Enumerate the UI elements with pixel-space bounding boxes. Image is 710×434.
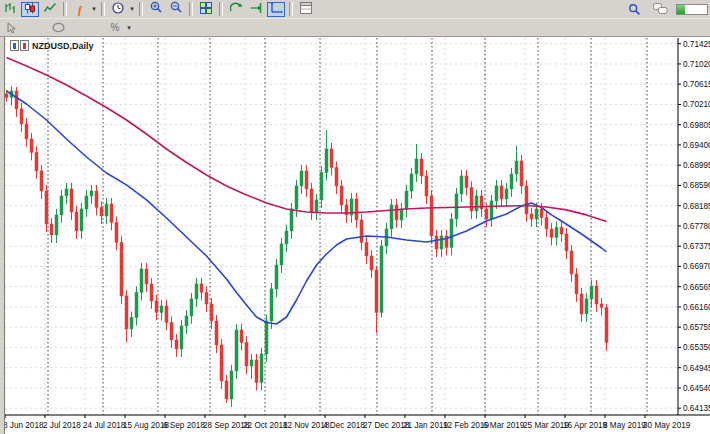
chart-window[interactable]: NZDUSD,Daily 0.714250.710200.706150.7021… — [0, 37, 710, 434]
candle-body-bear — [570, 251, 573, 274]
toolbar-separator — [63, 2, 67, 16]
candle-body-bear — [550, 229, 553, 238]
candle-body-bear — [5, 94, 8, 98]
tile-windows-button[interactable] — [197, 2, 215, 17]
periods-button-caret[interactable]: ▾ — [128, 5, 136, 13]
axes-icon — [270, 0, 283, 18]
templates-button[interactable] — [297, 2, 315, 17]
search-button[interactable] — [625, 2, 643, 17]
fibonacci-caret[interactable]: ▾ — [125, 24, 133, 32]
candle-body-bear — [310, 189, 313, 212]
zoom-in-button[interactable] — [147, 2, 165, 17]
candle-body-bull — [390, 205, 393, 229]
candle-body-bear — [355, 199, 358, 220]
candle-body-bear — [70, 189, 73, 212]
candle-body-bull — [475, 196, 478, 211]
candle-body-bull — [60, 196, 63, 215]
fibonacci-icon: % — [111, 22, 120, 33]
candle-body-bear — [35, 152, 38, 171]
toolbar-separator — [139, 2, 143, 16]
candle-body-bull — [415, 159, 418, 174]
price-axis-label: 0.65755 — [683, 323, 710, 332]
candle-body-bull — [130, 317, 133, 329]
candle-body-bull — [380, 246, 383, 313]
candle-body-bull — [265, 321, 268, 354]
candle-body-bull — [135, 292, 138, 317]
plot-background — [4, 37, 710, 434]
candle-body-bear — [205, 292, 208, 304]
time-axis-label: 6 Mar 2019 — [483, 421, 525, 430]
candle-body-bull — [295, 186, 298, 209]
candle-body-bear — [245, 342, 248, 366]
candle-body-bear — [170, 322, 173, 340]
candle-body-bull — [280, 244, 283, 265]
price-axis-label: 0.69805 — [683, 121, 710, 130]
chart-shift-button[interactable] — [247, 2, 265, 17]
candle-body-bear — [435, 236, 438, 249]
indicators-button-caret[interactable]: ▾ — [90, 5, 98, 13]
candle-body-bear — [360, 220, 363, 243]
time-axis-label: 22 Oct 2018 — [243, 421, 288, 430]
candle-body-bull — [490, 201, 493, 219]
crosshair-axes-button[interactable] — [267, 2, 285, 17]
candle-body-bull — [195, 284, 198, 299]
candle-body-bear — [395, 205, 398, 220]
templates-icon — [300, 0, 312, 18]
candle-body-bear — [115, 222, 118, 242]
candle-body-bull — [190, 299, 193, 316]
tile-windows-icon — [200, 0, 212, 18]
periods-button[interactable] — [109, 2, 127, 17]
fibonacci-button[interactable]: % — [106, 20, 124, 35]
candle-body-bear — [330, 149, 333, 168]
ellipse-button[interactable] — [49, 20, 67, 35]
symbol-tag: NZDUSD,Daily — [10, 40, 94, 51]
price-axis-label: 0.70210 — [683, 100, 710, 109]
candle-body-bull — [440, 236, 443, 249]
candle-body-bull — [105, 204, 108, 216]
candle-body-bear — [110, 204, 113, 223]
candle-body-bear — [540, 209, 543, 218]
price-axis-label: 0.71425 — [683, 40, 710, 49]
chart-candles-button[interactable] — [21, 2, 39, 17]
auto-scroll-button[interactable] — [227, 2, 245, 17]
candle-body-bull — [180, 326, 183, 349]
candle-body-bear — [145, 269, 148, 284]
candle-body-bull — [275, 265, 278, 289]
candle-body-bull — [250, 360, 253, 366]
price-axis-label: 0.66160 — [683, 303, 710, 312]
candle-body-bull — [140, 269, 143, 293]
window-left-edge — [4, 37, 5, 434]
chart-bars-button[interactable] — [1, 2, 19, 17]
symbol-label: NZDUSD,Daily — [32, 41, 94, 51]
candle-body-bear — [370, 256, 373, 270]
price-axis-label: 0.66970 — [683, 262, 710, 271]
indicators-button[interactable]: ƒ — [71, 2, 89, 17]
candle-body-bear — [215, 321, 218, 345]
candle-body-bear — [530, 214, 533, 219]
candle-body-bear — [210, 304, 213, 321]
candle-body-bear — [375, 270, 378, 313]
price-chart-plot[interactable]: 0.714250.710200.706150.702100.698050.694… — [4, 37, 710, 434]
price-axis-label: 0.64945 — [683, 364, 710, 373]
price-axis-label: 0.68185 — [683, 202, 710, 211]
time-axis-label: 30 May 2019 — [643, 421, 691, 430]
time-axis-label: 4 Dec 2018 — [323, 421, 365, 430]
candle-body-bull — [230, 371, 233, 399]
time-axis-label: 2 Jul 2018 — [43, 421, 81, 430]
toolbar-separator — [101, 2, 105, 16]
toolbar-separator — [289, 2, 293, 16]
cursor-button[interactable] — [2, 20, 20, 35]
candle-body-bull — [495, 186, 498, 201]
price-axis-label: 0.71020 — [683, 60, 710, 69]
chart-type-icon — [10, 40, 29, 51]
chart-line-button[interactable] — [41, 2, 59, 17]
candle-body-bear — [575, 274, 578, 294]
chat-button[interactable] — [651, 2, 669, 17]
candle-body-bear — [220, 345, 223, 381]
cursor-icon — [6, 22, 17, 34]
candle-body-bull — [410, 174, 413, 191]
zoom-out-icon — [170, 0, 183, 18]
zoom-out-button[interactable] — [167, 2, 185, 17]
main-toolbar: ƒ▾▾ — [0, 0, 710, 19]
candle-body-bear — [425, 176, 428, 196]
